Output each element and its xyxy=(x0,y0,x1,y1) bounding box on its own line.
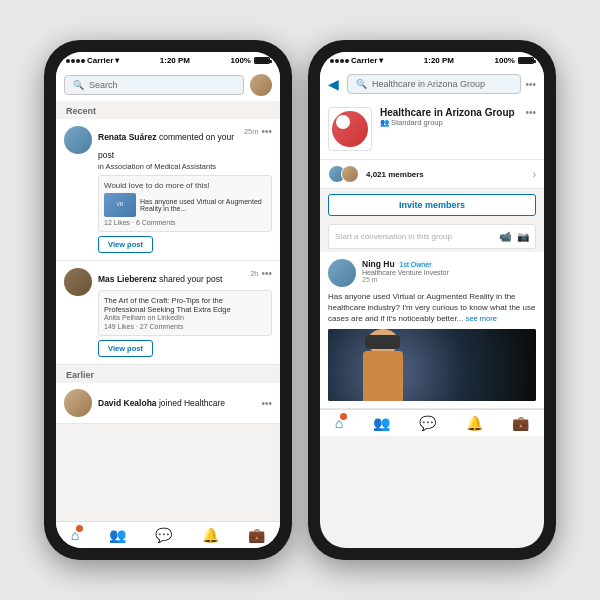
view-post-btn-renata[interactable]: View post xyxy=(98,236,153,253)
poster-title: Healthcare Venture Investor xyxy=(362,269,536,276)
poster-name: Ning Hu xyxy=(362,259,395,269)
earlier-label: Earlier xyxy=(56,365,280,383)
group-header: Healthcare in Arizona Group 👥 Standard g… xyxy=(320,99,544,160)
more-options-mas[interactable]: ••• xyxy=(261,268,272,279)
search-bar-2: ◀ 🔍 Healthcare in Arizona Group ••• xyxy=(320,69,544,99)
group-logo xyxy=(328,107,372,151)
search-input-2[interactable]: 🔍 Healthcare in Arizona Group xyxy=(347,74,521,94)
post-preview-mas: The Art of the Craft: Pro-Tips for the P… xyxy=(98,290,272,336)
status-bar-2: Carrier ▾ 1:20 PM 100% xyxy=(320,52,544,69)
carrier-2: Carrier xyxy=(351,56,377,65)
post-icon-1: 💬 xyxy=(155,527,172,543)
battery-label-2: 100% xyxy=(495,56,515,65)
avatar-mas xyxy=(64,268,92,296)
nav-post-2[interactable]: 💬 xyxy=(419,415,436,431)
phone-1: Carrier ▾ 1:20 PM 100% 🔍 Search xyxy=(44,40,292,560)
poster-time: 25 m xyxy=(362,276,536,283)
notification-renata[interactable]: Renata Suárez commented on your post in … xyxy=(56,119,280,261)
network-icon-1: 👥 xyxy=(109,527,126,543)
notif-name-renata: Renata Suárez commented on your post xyxy=(98,132,234,160)
phone-2-screen: Carrier ▾ 1:20 PM 100% ◀ 🔍 Healthcare in… xyxy=(320,52,544,548)
nav-network-2[interactable]: 👥 xyxy=(373,415,390,431)
bottom-nav-1: ⌂ 👥 💬 🔔 💼 xyxy=(56,521,280,548)
home-badge-1 xyxy=(76,525,83,532)
time-1: 1:20 PM xyxy=(160,56,190,65)
avatar-david xyxy=(64,389,92,417)
jobs-icon-1: 💼 xyxy=(248,527,265,543)
people-icon: 👥 xyxy=(380,118,389,127)
post-item-ning: Ning Hu 1st Owner Healthcare Venture Inv… xyxy=(320,252,544,409)
vr-image xyxy=(328,329,536,401)
post-thumbnail-renata: VR xyxy=(104,193,136,217)
notification-mas[interactable]: Mas Lieberenz shared your post 2h ••• Th… xyxy=(56,261,280,365)
post-stats-mas: 149 Likes · 27 Comments xyxy=(104,323,266,330)
nav-home-1[interactable]: ⌂ xyxy=(71,527,79,543)
post-icon-2: 💬 xyxy=(419,415,436,431)
more-options-group[interactable]: ••• xyxy=(525,107,536,118)
members-count: 4,021 members xyxy=(366,170,424,179)
notif-content-renata: Renata Suárez commented on your post in … xyxy=(98,126,272,253)
members-row[interactable]: 4,021 members › xyxy=(320,160,544,189)
conversation-area[interactable]: Start a conversation in this group 📹 📷 xyxy=(328,224,536,249)
post-quote-renata: Would love to do more of this! xyxy=(104,181,266,190)
notif-name-david: David Kealoha joined Healthcare xyxy=(98,398,225,408)
notifications-icon-2: 🔔 xyxy=(466,415,483,431)
search-icon-1: 🔍 xyxy=(73,80,84,90)
post-sub-mas: Anita Pelham on LinkedIn xyxy=(104,314,266,321)
conversation-placeholder: Start a conversation in this group xyxy=(335,232,452,241)
post-title-renata: Has anyone used Virtual or Augmented Rea… xyxy=(140,198,266,212)
nav-notifications-2[interactable]: 🔔 xyxy=(466,415,483,431)
status-bar-1: Carrier ▾ 1:20 PM 100% xyxy=(56,52,280,69)
wifi-icon-2: ▾ xyxy=(379,56,383,65)
group-info: Healthcare in Arizona Group 👥 Standard g… xyxy=(380,107,517,127)
notif-content-mas: Mas Lieberenz shared your post 2h ••• Th… xyxy=(98,268,272,357)
search-placeholder-1: Search xyxy=(89,80,118,90)
more-options-2[interactable]: ••• xyxy=(525,79,536,90)
search-input-1[interactable]: 🔍 Search xyxy=(64,75,244,95)
notif-time-mas: 2h xyxy=(250,269,258,278)
more-options-david[interactable]: ••• xyxy=(261,398,272,409)
avatar-renata xyxy=(64,126,92,154)
more-options-renata[interactable]: ••• xyxy=(261,126,272,137)
phone-1-screen: Carrier ▾ 1:20 PM 100% 🔍 Search xyxy=(56,52,280,548)
nav-notifications-1[interactable]: 🔔 xyxy=(202,527,219,543)
group-type: 👥 Standard group xyxy=(380,118,517,127)
nav-home-2[interactable]: ⌂ xyxy=(335,415,343,431)
phone-2: Carrier ▾ 1:20 PM 100% ◀ 🔍 Healthcare in… xyxy=(308,40,556,560)
time-2: 1:20 PM xyxy=(424,56,454,65)
jobs-icon-2: 💼 xyxy=(512,415,529,431)
post-stats-renata: 12 Likes · 6 Comments xyxy=(104,219,266,226)
scroll-area-1: Recent Renata Suárez commented on your p… xyxy=(56,101,280,521)
wifi-icon: ▾ xyxy=(115,56,119,65)
recent-label: Recent xyxy=(56,101,280,119)
notification-david[interactable]: David Kealoha joined Healthcare ••• xyxy=(56,383,280,424)
group-name: Healthcare in Arizona Group xyxy=(380,107,517,118)
poster-info-ning: Ning Hu 1st Owner Healthcare Venture Inv… xyxy=(362,259,536,283)
back-button-2[interactable]: ◀ xyxy=(328,76,339,92)
view-post-btn-mas[interactable]: View post xyxy=(98,340,153,357)
poster-avatar-ning xyxy=(328,259,356,287)
post-preview-renata: Would love to do more of this! VR Has an… xyxy=(98,175,272,232)
user-avatar-1[interactable] xyxy=(250,74,272,96)
invite-members-btn[interactable]: Invite members xyxy=(328,194,536,216)
see-more-link[interactable]: see more xyxy=(466,314,497,323)
vr-person xyxy=(358,336,408,401)
nav-jobs-2[interactable]: 💼 xyxy=(512,415,529,431)
notifications-icon-1: 🔔 xyxy=(202,527,219,543)
owner-badge: 1st Owner xyxy=(398,261,434,268)
chevron-right-icon: › xyxy=(533,169,536,180)
carrier-1: Carrier xyxy=(87,56,113,65)
notif-context-renata: in Association of Medical Assistants xyxy=(98,162,244,171)
notif-name-mas: Mas Lieberenz shared your post xyxy=(98,274,222,284)
nav-post-1[interactable]: 💬 xyxy=(155,527,172,543)
search-text-2: Healthcare in Arizona Group xyxy=(372,79,485,89)
post-body: Has anyone used Virtual or Augmented Rea… xyxy=(328,291,536,325)
nav-jobs-1[interactable]: 💼 xyxy=(248,527,265,543)
nav-network-1[interactable]: 👥 xyxy=(109,527,126,543)
notif-time-renata: 25m xyxy=(244,127,259,136)
member-avatar-2 xyxy=(341,165,359,183)
camera-icon[interactable]: 📷 xyxy=(517,231,529,242)
network-icon-2: 👥 xyxy=(373,415,390,431)
video-icon[interactable]: 📹 xyxy=(499,231,511,242)
battery-label-1: 100% xyxy=(231,56,251,65)
